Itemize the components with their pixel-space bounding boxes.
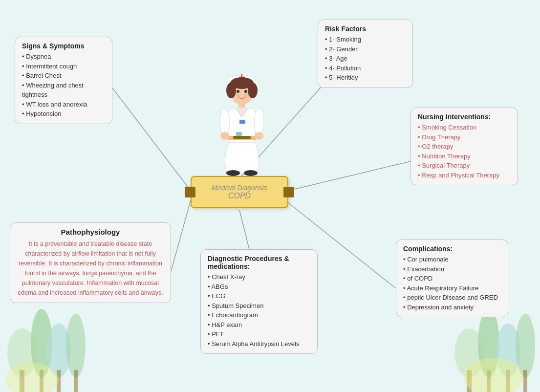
svg-rect-5 xyxy=(57,370,61,392)
svg-point-30 xyxy=(226,83,236,98)
nursing-interventions-box: Nursing Interventions: Smoking Cessation… xyxy=(410,108,518,185)
list-item: ECG xyxy=(208,291,310,301)
list-item: O2 therapy xyxy=(418,142,511,152)
svg-point-42 xyxy=(220,132,229,140)
list-item: Sputum Specimen xyxy=(208,301,310,311)
svg-point-47 xyxy=(244,170,258,176)
list-item: 2- Gender xyxy=(325,44,406,54)
svg-point-10 xyxy=(478,309,499,377)
svg-point-31 xyxy=(248,83,258,98)
patho-title: Pathophysiology xyxy=(17,228,164,236)
svg-line-21 xyxy=(171,200,191,271)
svg-point-33 xyxy=(244,90,247,93)
list-item: Echocardiogram xyxy=(208,310,310,320)
svg-point-43 xyxy=(255,132,263,140)
signs-title: Signs & Symptoms xyxy=(22,42,105,50)
list-item: Hypotension xyxy=(22,109,105,119)
list-item: 3- Age xyxy=(325,54,406,64)
svg-point-4 xyxy=(46,324,71,377)
list-item: 4- Pollution xyxy=(325,64,406,73)
risk-factors-box: Risk Factors 1- Smoking2- Gender3- Age4-… xyxy=(318,20,413,88)
list-item: Exacerbation xyxy=(403,264,501,274)
svg-line-22 xyxy=(239,210,249,249)
list-item: WT loss and anorexia xyxy=(22,100,105,109)
list-item: peptic Ulcer Disease and GRED xyxy=(403,293,501,303)
svg-point-32 xyxy=(237,90,239,93)
list-item: Acute Respiratory Failure xyxy=(403,283,501,293)
diag-title: Diagnostic Procedures & medications: xyxy=(208,255,310,270)
patho-text: It is a preventable and treatable diseas… xyxy=(17,239,164,298)
list-item: 5- Heritidy xyxy=(325,73,406,83)
svg-point-8 xyxy=(454,328,484,377)
list-item: Chest X-ray xyxy=(208,272,310,282)
list-item: 1- Smoking xyxy=(325,35,406,44)
svg-line-20 xyxy=(288,161,410,191)
diag-list: Chest X-rayABGsECGSputum SpecimenEchocar… xyxy=(208,272,310,348)
nursing-title: Nursing Interventions: xyxy=(418,113,511,121)
svg-point-12 xyxy=(496,324,520,377)
risk-list: 1- Smoking2- Gender3- Age4- Pollution5- … xyxy=(325,35,406,83)
list-item: Dyspnea xyxy=(22,52,105,62)
risk-title: Risk Factors xyxy=(325,25,406,33)
svg-point-16 xyxy=(464,358,523,392)
svg-rect-9 xyxy=(467,370,472,392)
list-item: H&P exam xyxy=(208,320,310,330)
svg-rect-11 xyxy=(487,370,491,392)
svg-rect-45 xyxy=(236,132,242,136)
svg-point-40 xyxy=(220,109,230,136)
center-banner: Medical Diagonsis COPD xyxy=(191,176,288,208)
svg-rect-7 xyxy=(74,370,78,392)
scroll-handle-right xyxy=(283,187,294,197)
list-item: Drug Therapy xyxy=(418,132,511,142)
svg-rect-13 xyxy=(506,370,510,392)
list-item: ABGs xyxy=(208,282,310,292)
diagnostic-box: Diagnostic Procedures & medications: Che… xyxy=(200,249,318,354)
signs-symptoms-box: Signs & Symptoms DyspneaIntermittent cou… xyxy=(15,37,112,124)
svg-point-14 xyxy=(516,314,535,377)
list-item: Barrel Chest xyxy=(22,71,105,81)
list-item: Nutrition Therapy xyxy=(418,152,511,161)
svg-point-2 xyxy=(31,309,52,377)
nurse-figure xyxy=(213,64,271,176)
svg-point-35 xyxy=(244,94,248,96)
svg-point-34 xyxy=(236,94,240,96)
svg-point-0 xyxy=(7,328,37,377)
list-item: Wheezing and chest tightness xyxy=(22,81,105,100)
list-item: Cor pulmonale xyxy=(403,255,501,264)
svg-point-17 xyxy=(5,363,59,392)
list-item: Resp and Physical Therapy xyxy=(418,171,511,180)
list-item: Serum Alpha Antitrypsin Levels xyxy=(208,339,310,349)
list-item: Intermittent cough xyxy=(22,62,105,71)
svg-point-41 xyxy=(254,109,264,136)
comp-title: Complications: xyxy=(403,245,501,253)
svg-line-18 xyxy=(112,88,191,191)
pathophysiology-box: Pathophysiology It is a preventable and … xyxy=(10,222,171,303)
svg-rect-48 xyxy=(239,120,245,124)
comp-list: Cor pulmonaleExacerbationof COPDAcute Re… xyxy=(403,255,501,312)
list-item: Depression and anxiety xyxy=(403,303,501,312)
list-item: Surgical Therapy xyxy=(418,161,511,171)
list-item: PFT xyxy=(208,329,310,339)
nursing-list: Smoking CessationDrug TherapyO2 therapyN… xyxy=(418,123,511,180)
complications-box: Complications: Cor pulmonaleExacerbation… xyxy=(396,240,508,317)
svg-point-46 xyxy=(226,170,240,176)
svg-rect-3 xyxy=(40,370,43,392)
signs-list: DyspneaIntermittent coughBarrel ChestWhe… xyxy=(22,52,105,119)
scroll-handle-left xyxy=(185,187,195,197)
svg-point-6 xyxy=(66,314,86,377)
svg-rect-1 xyxy=(20,370,24,392)
center-line2: COPD xyxy=(197,192,281,200)
list-item: of COPD xyxy=(403,274,501,283)
list-item: Smoking Cessation xyxy=(418,123,511,132)
svg-rect-44 xyxy=(233,136,251,139)
svg-rect-15 xyxy=(523,370,527,392)
center-line1: Medical Diagonsis xyxy=(197,184,281,192)
